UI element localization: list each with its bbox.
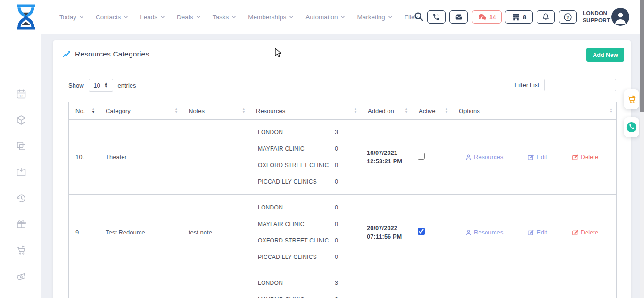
account-line1: LONDON (583, 10, 610, 17)
cell-active (412, 120, 452, 195)
cell-active (412, 270, 452, 298)
delete-link[interactable]: Delete (572, 153, 599, 161)
nav-item-automation[interactable]: Automation (305, 14, 345, 21)
resource-name: MAYFAIR CLINIC (258, 221, 335, 227)
resources-table: No.▲▼ Category▲▼ Notes▲▼ Resources▲▼ Add… (68, 102, 617, 298)
add-new-button[interactable]: Add New (586, 48, 624, 62)
phone-button[interactable] (427, 10, 446, 24)
resource-name: PICCADILLY CLINICS (258, 178, 335, 185)
cell-resources: LONDON3 MAYFAIR CLINIC0 OXFORD STREET CL… (249, 120, 361, 195)
nav-item-memberships[interactable]: Memberships (248, 14, 294, 21)
sort-icon: ▲▼ (609, 108, 613, 113)
chevron-down-icon (79, 16, 84, 18)
resources-categories-card: Resources Categories Add New Show 10 ▲▼ … (53, 40, 631, 298)
nav-label: Deals (177, 14, 193, 21)
delete-icon (572, 229, 578, 236)
nav-item-leads[interactable]: Leads (140, 14, 165, 21)
cell-notes: test note (182, 195, 249, 270)
chevron-down-icon (340, 16, 345, 18)
column-header-added-on[interactable]: Added on▲▼ (361, 102, 412, 120)
active-checkbox[interactable] (418, 228, 425, 235)
search-icon[interactable] (413, 12, 424, 22)
edit-link[interactable]: Edit (528, 153, 547, 161)
column-header-resources[interactable]: Resources▲▼ (249, 102, 361, 120)
chat-count-badge: 14 (489, 14, 496, 21)
page-size-select[interactable]: 10 ▲▼ (89, 79, 113, 92)
phone-circle-icon (626, 122, 637, 133)
column-header-no[interactable]: No.▲▼ (69, 102, 99, 120)
chat-button[interactable]: 14 (472, 10, 502, 24)
sort-icon: ▲▼ (91, 108, 95, 113)
column-header-category[interactable]: Category▲▼ (99, 102, 182, 120)
edit-link[interactable]: Edit (528, 229, 547, 236)
cell-notes (182, 270, 249, 298)
nav-item-marketing[interactable]: Marketing (357, 14, 392, 21)
cell-added-on: 20/07/2022 07:11:56 PM (361, 195, 412, 270)
nav-item-today[interactable]: Today (59, 14, 84, 21)
floating-cart-button[interactable] (624, 89, 639, 109)
scrollbar-thumb[interactable] (640, 0, 644, 112)
help-button[interactable]: ? (559, 10, 577, 24)
package-icon[interactable] (16, 114, 27, 126)
avatar[interactable] (611, 8, 629, 26)
sort-icon: ▲▼ (354, 108, 357, 113)
added-time: 07:11:56 PM (367, 233, 412, 241)
column-header-active[interactable]: Active▲▼ (412, 102, 452, 120)
floating-phone-button[interactable] (624, 117, 639, 137)
added-date: 20/07/2022 (367, 224, 412, 233)
card-header: Resources Categories Add New (53, 40, 631, 67)
delete-link[interactable]: Delete (572, 229, 599, 236)
money-tag-icon[interactable] (16, 271, 27, 282)
inbox-button[interactable] (449, 10, 468, 24)
column-header-options[interactable]: Options▲▼ (452, 102, 617, 120)
page-size-value: 10 (93, 82, 100, 89)
gift-icon[interactable] (16, 218, 27, 230)
select-arrows-icon: ▲▼ (104, 82, 108, 88)
cell-resources: LONDON3 MAYFAIR CLINIC0 (249, 270, 361, 298)
chevron-down-icon (289, 16, 294, 18)
chart-icon (63, 50, 71, 58)
inbox-icon (454, 13, 463, 21)
cell-options: Resources Edit Delete (452, 120, 617, 195)
store-button[interactable]: 8 (505, 10, 533, 24)
person-icon (465, 229, 471, 236)
cell-active (412, 195, 452, 270)
calendar-icon[interactable]: 12 (16, 89, 27, 100)
added-date: 16/07/2021 (367, 149, 412, 157)
nav-item-deals[interactable]: Deals (177, 14, 201, 21)
sort-icon: ▲▼ (174, 108, 178, 113)
order-box-icon[interactable] (16, 166, 27, 177)
app: Today Contacts Leads Deals Tasks Members… (0, 0, 644, 298)
cell-no (69, 270, 99, 298)
nav-label: Marketing (357, 14, 385, 21)
nav-item-tasks[interactable]: Tasks (213, 14, 237, 21)
delete-icon (572, 154, 578, 161)
added-time: 12:53:21 PM (367, 157, 412, 166)
svg-text:12: 12 (19, 94, 23, 97)
nav-label: Memberships (248, 14, 286, 21)
resource-count: 0 (335, 145, 338, 152)
svg-text:?: ? (566, 14, 569, 19)
history-icon[interactable] (16, 193, 27, 204)
sort-icon: ▲▼ (242, 108, 246, 113)
cell-added-on (361, 270, 412, 298)
account-name: LONDON SUPPORT (583, 10, 610, 24)
copy-icon[interactable] (16, 140, 27, 152)
cart-icon[interactable] (16, 245, 27, 256)
resource-count: 0 (335, 237, 338, 244)
filter-input[interactable] (544, 79, 616, 91)
active-checkbox[interactable] (418, 153, 425, 160)
nav-label: Contacts (96, 14, 121, 21)
edit-icon (528, 154, 534, 161)
resources-link[interactable]: Resources (465, 229, 503, 236)
resource-count: 3 (335, 280, 338, 286)
notifications-button[interactable] (537, 10, 555, 24)
chevron-down-icon (124, 16, 128, 18)
nav-item-contacts[interactable]: Contacts (96, 14, 128, 21)
sidebar: 12 (0, 34, 41, 298)
cell-resources: LONDON0 MAYFAIR CLINIC0 OXFORD STREET CL… (249, 195, 361, 270)
resources-link[interactable]: Resources (465, 153, 503, 161)
column-header-notes[interactable]: Notes▲▼ (182, 102, 249, 120)
bell-icon (542, 13, 550, 21)
nav-label: Tasks (213, 14, 229, 21)
